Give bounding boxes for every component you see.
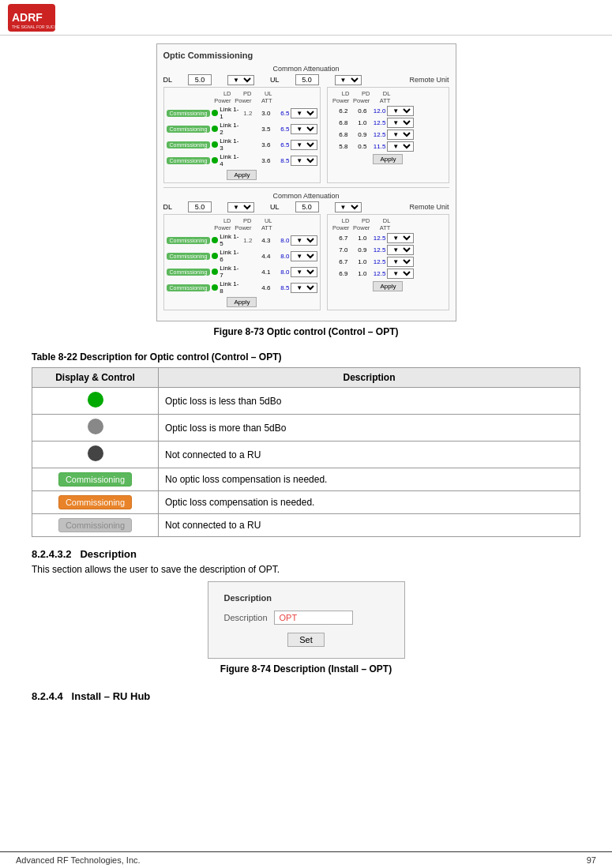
comm-btn-2-4[interactable]: Commissioning	[167, 284, 211, 291]
dl-att-sel-r1-3[interactable]: ▼	[387, 130, 414, 140]
logo-area: ADRF THE SIGNAL FOR SUCCESS	[8, 4, 55, 32]
link-num-2-1: 1.2	[243, 237, 251, 244]
panel-1-cols: LD Power PD Power UL ATT Commissioning L…	[163, 87, 449, 183]
comm-btn-1-4[interactable]: Commissioning	[167, 157, 211, 164]
comm-btn-2-1[interactable]: Commissioning	[167, 237, 211, 244]
common-att-label-2: Common Attenuation	[163, 192, 449, 200]
ul-att-sel-2-1[interactable]: ▼	[291, 235, 317, 246]
apply-btn-2[interactable]: Apply	[227, 297, 257, 307]
comm-btn-1-2[interactable]: Commissioning	[167, 126, 211, 133]
ul-att-sel-1-2[interactable]: ▼	[291, 124, 317, 134]
display-btn-green: Commissioning	[32, 468, 159, 491]
table-row: Optic loss is more than 5dBo	[32, 415, 580, 442]
set-button[interactable]: Set	[287, 633, 325, 647]
apply-row-1: Apply	[167, 170, 318, 180]
desc-opt-set-row: Set	[224, 633, 389, 647]
section-8243-body: This section allows the user to save the…	[32, 564, 580, 575]
dot-1-2	[212, 126, 218, 132]
link-row-1-4: Commissioning Link 1-4 3.6 8.5 ▼	[167, 153, 318, 167]
panel-2-cols: LD Power PD Power UL ATT Commissioning L…	[163, 214, 449, 310]
dl-label-2: DL	[163, 203, 173, 211]
right-panel-1: LD Power PD Power DL ATT 6.2 0.6 12.0 ▼ …	[327, 87, 449, 183]
link-label-1-1: Link 1-1	[220, 106, 242, 120]
link-label-1-4: Link 1-4	[220, 153, 242, 167]
commissioning-gray-btn: Commissioning	[58, 518, 132, 532]
ul-att-sel-1-3[interactable]: ▼	[291, 140, 317, 150]
dot-1-3	[212, 141, 218, 148]
apply-btn-1[interactable]: Apply	[227, 170, 257, 180]
comm-btn-1-3[interactable]: Commissioning	[167, 141, 211, 148]
dl-att-sel-r2-3[interactable]: ▼	[387, 257, 414, 267]
dl-att-header-r1: DL ATT	[371, 90, 390, 104]
remote-unit-label-1: Remote Unit	[409, 76, 449, 84]
display-circle-gray	[32, 415, 159, 442]
comm-btn-1-1[interactable]: Commissioning	[167, 110, 211, 117]
dl-ul-row-2: DL ▼ UL ▼ Remote Unit	[163, 201, 449, 212]
ul-att-header-2: UL ATT	[253, 217, 272, 231]
ul-input-2[interactable]	[295, 201, 319, 212]
dl-input-2[interactable]	[188, 201, 212, 212]
dot-2-3	[212, 269, 218, 275]
ul-att-sel-2-2[interactable]: ▼	[291, 251, 317, 261]
svg-text:THE SIGNAL FOR SUCCESS: THE SIGNAL FOR SUCCESS	[12, 24, 55, 29]
link-num-1: 1.2	[243, 110, 251, 117]
dl-att-sel-r2-4[interactable]: ▼	[387, 269, 414, 279]
link-label-2-3: Link 1-7	[220, 265, 242, 279]
desc-opt-input-row: Description	[224, 611, 389, 625]
link-label-2-2: Link 1-6	[220, 249, 242, 263]
dl-att-sel-r1-2[interactable]: ▼	[387, 118, 414, 128]
description-opt-box: Description Description Set	[208, 581, 405, 659]
pd-power-header-2: PD Power	[233, 217, 252, 231]
ul-select-1[interactable]: ▼	[335, 75, 362, 85]
pd-power-header: PD Power	[233, 90, 252, 104]
dl-att-sel-r2-1[interactable]: ▼	[387, 233, 414, 243]
table-header-display: Display & Control	[32, 368, 159, 388]
dl-select-1[interactable]: ▼	[227, 75, 254, 85]
ul-att-sel-1-4[interactable]: ▼	[291, 156, 317, 166]
common-att-label: Common Attenuation	[163, 65, 449, 73]
ul-select-2[interactable]: ▼	[335, 202, 362, 212]
desc-optic-loss-needed: Optic loss compensation is needed.	[159, 491, 580, 514]
dl-input-1[interactable]	[188, 74, 212, 85]
remote-unit-label-2: Remote Unit	[409, 203, 449, 211]
ul-att-sel-2-3[interactable]: ▼	[291, 267, 317, 277]
apply-btn-right-2[interactable]: Apply	[373, 281, 403, 291]
desc-optic-less: Optic loss is less than 5dBo	[159, 388, 580, 415]
link-row-2-4: Commissioning Link 1-8 4.6 8.5 ▼	[167, 280, 318, 295]
comm-btn-2-2[interactable]: Commissioning	[167, 253, 211, 260]
ul-att-sel-2-4[interactable]: ▼	[291, 283, 317, 293]
desc-opt-input[interactable]	[274, 611, 353, 625]
link-row-1-3: Commissioning Link 1-3 3.6 6.5 ▼	[167, 137, 318, 152]
ul-att-sel-1-1[interactable]: ▼	[291, 108, 317, 118]
left-panel-2: LD Power PD Power UL ATT Commissioning L…	[163, 214, 321, 310]
right-link-1-3: 6.8 0.9 12.5 ▼	[330, 130, 445, 140]
right-link-1-2: 6.8 1.0 12.5 ▼	[330, 118, 445, 128]
dl-select-2[interactable]: ▼	[227, 202, 254, 212]
dl-att-sel-r1-4[interactable]: ▼	[387, 141, 414, 152]
green-circle-icon	[88, 392, 103, 408]
main-content: Optic Commissioning Common Attenuation D…	[0, 36, 612, 738]
table-row: Optic loss is less than 5dBo	[32, 388, 580, 415]
dl-att-sel-r1-1[interactable]: ▼	[387, 106, 414, 116]
ld-power-header-r1: LD Power	[330, 90, 349, 104]
comm-btn-2-3[interactable]: Commissioning	[167, 269, 211, 276]
right-link-2-3: 6.7 1.0 12.5 ▼	[330, 257, 445, 267]
table-822: Display & Control Description Optic loss…	[32, 367, 580, 537]
dl-att-sel-r2-2[interactable]: ▼	[387, 245, 414, 255]
commissioning-green-btn: Commissioning	[58, 472, 132, 487]
svg-text:ADRF: ADRF	[12, 11, 43, 24]
right-link-1-4: 5.8 0.5 11.5 ▼	[330, 141, 445, 152]
right-panel-2: LD Power PD Power DL ATT 6.7 1.0 12.5 ▼ …	[327, 214, 449, 310]
pd-power-header-r2: PD Power	[351, 217, 370, 231]
display-circle-green	[32, 388, 159, 415]
ul-input-1[interactable]	[295, 74, 319, 85]
figure-73-container: Optic Commissioning Common Attenuation D…	[32, 43, 580, 345]
apply-btn-right-1[interactable]: Apply	[373, 154, 403, 164]
right-link-1-1: 6.2 0.6 12.0 ▼	[330, 106, 445, 116]
optic-panel-1: Common Attenuation DL ▼ UL ▼ Remote Unit…	[163, 65, 449, 183]
optic-title: Optic Commissioning	[163, 51, 449, 60]
footer-right: 97	[587, 855, 596, 865]
table-row: Not connected to a RU	[32, 442, 580, 468]
desc-not-connected-1: Not connected to a RU	[159, 442, 580, 468]
dot-2-4	[212, 284, 218, 291]
